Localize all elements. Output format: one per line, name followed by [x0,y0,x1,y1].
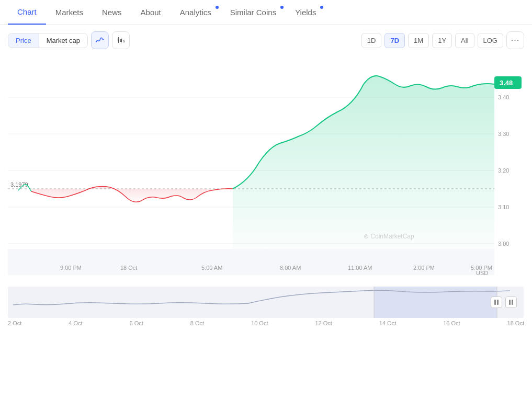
svg-text:3.30: 3.30 [498,131,509,137]
svg-text:3.40: 3.40 [498,94,509,100]
line-chart-button[interactable] [91,31,109,49]
mini-chart-svg [8,287,523,318]
yields-dot [320,6,323,9]
svg-text:3.20: 3.20 [498,167,509,174]
svg-text:9:00 PM: 9:00 PM [60,265,82,271]
svg-text:⊚ CoinMarketCap: ⊚ CoinMarketCap [364,233,414,240]
toolbar-left: Price Market cap $ [8,31,130,49]
svg-text:3.00: 3.00 [498,241,509,247]
tab-yields[interactable]: Yields [286,1,325,24]
candle-chart-button[interactable]: $ [112,31,130,49]
svg-rect-37 [497,300,499,305]
time-1m-button[interactable]: 1M [408,33,429,48]
mini-chart-pause-right[interactable] [505,297,517,308]
time-1y-button[interactable]: 1Y [432,33,452,48]
tab-markets[interactable]: Markets [46,1,93,24]
svg-text:5:00 PM: 5:00 PM [471,265,492,271]
svg-rect-38 [509,300,511,305]
data-type-group: Price Market cap [8,33,88,48]
price-chart-svg: 3.1979 3.00 3.10 3.20 3.30 3.40 3.48 USD… [8,55,523,280]
svg-rect-39 [512,300,513,305]
time-1d-button[interactable]: 1D [361,33,382,48]
chart-toolbar: Price Market cap $ 1D 7D 1M 1Y All LOG [0,25,532,55]
mini-chart-x-labels: 2 Oct 4 Oct 6 Oct 8 Oct 10 Oct 12 Oct 14… [0,318,532,326]
svg-text:11:00 AM: 11:00 AM [348,265,372,271]
tab-chart[interactable]: Chart [8,0,46,25]
market-cap-button[interactable]: Market cap [39,33,87,48]
log-button[interactable]: LOG [478,33,503,48]
svg-rect-36 [494,300,496,305]
similar-coins-dot [280,6,284,9]
mini-chart-pause-left[interactable] [491,297,502,308]
tab-similar-coins[interactable]: Similar Coins [221,1,286,24]
svg-text:3.48: 3.48 [500,79,513,87]
analytics-dot [216,6,219,9]
more-options-button[interactable]: ··· [506,31,524,49]
tab-about[interactable]: About [131,1,171,24]
tab-analytics[interactable]: Analytics [171,1,221,24]
price-button[interactable]: Price [8,33,39,48]
tab-news[interactable]: News [93,1,131,24]
mini-chart [8,287,524,318]
svg-rect-0 [118,38,119,41]
time-all-button[interactable]: All [455,33,474,48]
main-chart: 3.1979 3.00 3.10 3.20 3.30 3.40 3.48 USD… [8,55,524,282]
toolbar-right: 1D 7D 1M 1Y All LOG ··· [361,31,524,49]
svg-text:$: $ [123,39,125,43]
svg-rect-3 [120,39,122,42]
time-7d-button[interactable]: 7D [384,33,405,48]
svg-text:18 Oct: 18 Oct [120,265,137,271]
svg-text:5:00 AM: 5:00 AM [201,265,222,271]
nav-tabs: Chart Markets News About Analytics Simil… [0,0,532,25]
svg-text:2:00 PM: 2:00 PM [413,265,435,271]
svg-text:8:00 AM: 8:00 AM [280,265,301,271]
svg-rect-20 [8,249,494,275]
svg-text:3.10: 3.10 [498,204,509,210]
